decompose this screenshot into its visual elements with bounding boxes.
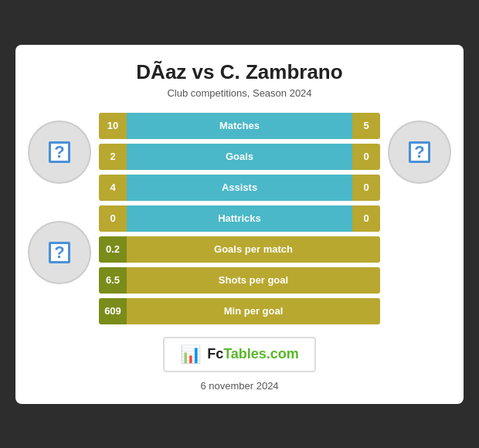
stat-label-shots-per-goal: Shots per goal (127, 267, 380, 294)
stat-right-matches: 5 (352, 113, 380, 139)
stat-label-hattricks: Hattricks (127, 205, 352, 232)
stat-row-min-per-goal: 609 Min per goal (99, 298, 380, 324)
stat-row-shots-per-goal: 6.5 Shots per goal (99, 267, 380, 294)
left-avatar-2: ? (28, 221, 91, 284)
left-avatar-1-placeholder: ? (49, 141, 70, 163)
stat-row-goals: 2 Goals 0 (99, 144, 380, 170)
logo-text: FcTables.com (207, 346, 299, 362)
right-avatar-1-placeholder: ? (409, 141, 430, 163)
stat-right-goals: 0 (352, 144, 380, 170)
stat-row-assists: 4 Assists 0 (99, 175, 380, 201)
subtitle: Club competitions, Season 2024 (28, 87, 451, 99)
date-text: 6 november 2024 (28, 380, 451, 392)
stat-left-goals: 2 (99, 144, 127, 170)
stat-row-hattricks: 0 Hattricks 0 (99, 205, 380, 232)
left-avatar-1: ? (28, 120, 91, 184)
stat-label-matches: Matches (127, 113, 352, 139)
logo-area: 📊 FcTables.com (28, 337, 451, 372)
right-player-avatars: ? (388, 113, 451, 184)
stat-left-goals-per-match: 0.2 (99, 236, 127, 263)
right-avatar-1: ? (388, 120, 451, 184)
stat-right-assists: 0 (352, 175, 380, 201)
left-avatar-2-placeholder: ? (49, 242, 70, 263)
stat-label-goals: Goals (127, 144, 352, 170)
stat-left-hattricks: 0 (99, 205, 127, 232)
stat-label-goals-per-match: Goals per match (127, 236, 380, 263)
left-player-avatars: ? ? (28, 113, 91, 284)
stat-left-min-per-goal: 609 (99, 298, 127, 324)
stat-left-matches: 10 (99, 113, 127, 139)
logo-box: 📊 FcTables.com (163, 337, 316, 372)
stat-left-assists: 4 (99, 175, 127, 201)
stat-right-hattricks: 0 (352, 205, 380, 232)
stat-label-min-per-goal: Min per goal (127, 298, 380, 324)
stat-row-goals-per-match: 0.2 Goals per match (99, 236, 380, 263)
main-content: ? ? 10 Matches 5 2 Goals 0 4 Assist (28, 113, 451, 324)
comparison-card: DÃaz vs C. Zambrano Club competitions, S… (15, 45, 464, 404)
page-title: DÃaz vs C. Zambrano (28, 60, 451, 84)
stat-label-assists: Assists (127, 175, 352, 201)
stats-container: 10 Matches 5 2 Goals 0 4 Assists 0 0 Hat… (99, 113, 380, 324)
stat-left-shots-per-goal: 6.5 (99, 267, 127, 294)
logo-icon: 📊 (180, 344, 201, 365)
stat-row-matches: 10 Matches 5 (99, 113, 380, 139)
